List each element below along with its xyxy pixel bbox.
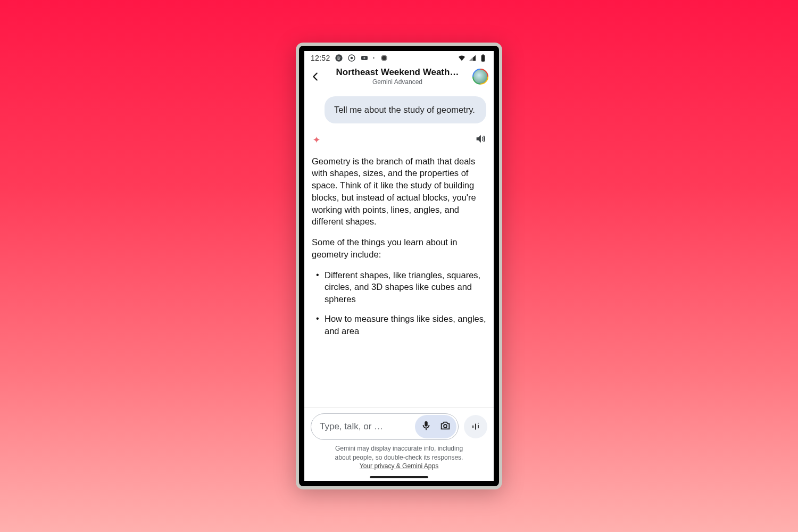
gemini-live-button[interactable]: [464, 415, 487, 438]
response-paragraph: Some of the things you learn about in ge…: [312, 236, 486, 261]
svg-rect-4: [483, 54, 484, 55]
clock: 12:52: [311, 54, 330, 62]
disclaimer: Gemini may display inaccurate info, incl…: [311, 444, 487, 470]
camera-icon: [439, 420, 451, 431]
profile-avatar[interactable]: [472, 69, 488, 85]
back-button[interactable]: [309, 70, 322, 84]
svg-rect-3: [481, 55, 485, 62]
phone-frame: 12:52 · Northeas: [296, 43, 502, 489]
nav-handle: [370, 476, 428, 478]
read-aloud-button[interactable]: [475, 133, 486, 148]
assistant-response: Geometry is the branch of math that deal…: [312, 155, 486, 337]
wifi-icon: [458, 54, 466, 62]
app-icon-youtube: [360, 54, 369, 62]
user-message-text: Tell me about the study of geometry.: [334, 105, 475, 114]
response-list: Different shapes, like triangles, square…: [312, 269, 486, 337]
message-input[interactable]: Type, talk, or …: [311, 413, 459, 440]
waveform-icon: [470, 421, 481, 432]
input-tools: [415, 415, 456, 438]
response-header: [312, 133, 486, 148]
chat-title: Northeast Weekend Weath…: [327, 67, 468, 78]
privacy-link[interactable]: Your privacy & Gemini Apps: [360, 462, 438, 470]
mic-button[interactable]: [420, 420, 432, 434]
list-item: Different shapes, like triangles, square…: [315, 269, 486, 305]
app-icon-spotify: [335, 54, 343, 62]
mic-icon: [420, 420, 432, 431]
phone-bezel: 12:52 · Northeas: [299, 46, 499, 486]
status-dot: ·: [373, 54, 375, 62]
disclaimer-line: Gemini may display inaccurate info, incl…: [311, 444, 487, 453]
chat-subtitle: Gemini Advanced: [327, 78, 468, 86]
chat-body[interactable]: Tell me about the study of geometry. Ge: [304, 89, 494, 408]
input-row: Type, talk, or …: [311, 413, 487, 440]
header-titles: Northeast Weekend Weath… Gemini Advanced: [327, 67, 468, 86]
status-bar: 12:52 ·: [304, 51, 494, 65]
input-area: Type, talk, or …: [304, 408, 494, 473]
screen: 12:52 · Northeas: [304, 51, 494, 481]
status-left: 12:52 ·: [311, 54, 387, 62]
gesture-bar[interactable]: [304, 473, 494, 481]
signal-icon: [468, 54, 477, 62]
avatar-image: [473, 70, 487, 84]
response-paragraph: Geometry is the branch of math that deal…: [312, 155, 486, 228]
app-icon-chrome: [347, 54, 356, 62]
chat-header: Northeast Weekend Weath… Gemini Advanced: [304, 65, 494, 89]
svg-rect-6: [472, 426, 473, 428]
speaker-icon: [475, 133, 486, 145]
list-item: How to measure things like sides, angles…: [315, 313, 486, 337]
disclaimer-line: about people, so double-check its respon…: [311, 453, 487, 462]
front-camera-dot: [381, 55, 387, 61]
gemini-sparkle-icon: [312, 136, 321, 145]
camera-button[interactable]: [439, 420, 451, 434]
user-message-bubble: Tell me about the study of geometry.: [325, 96, 486, 123]
input-placeholder: Type, talk, or …: [320, 421, 415, 432]
battery-icon: [479, 54, 487, 62]
svg-point-1: [350, 57, 353, 60]
status-right: [458, 54, 487, 62]
svg-rect-8: [478, 425, 479, 429]
chevron-left-icon: [310, 71, 321, 82]
svg-point-5: [444, 425, 447, 428]
svg-rect-7: [475, 424, 476, 430]
